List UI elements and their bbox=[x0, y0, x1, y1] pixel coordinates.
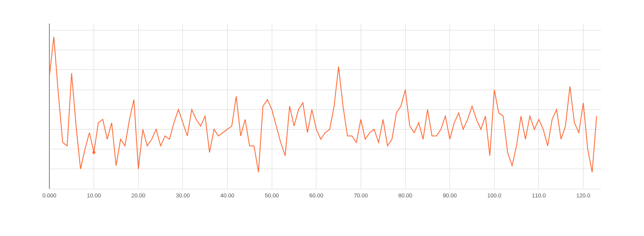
x-tick-label: 40.00 bbox=[220, 192, 234, 199]
x-tick-label: 80.00 bbox=[398, 192, 413, 199]
x-tick-label: 50.00 bbox=[265, 192, 279, 199]
x-tick-label: 90.00 bbox=[443, 192, 457, 199]
x-tick-label: 20.00 bbox=[131, 192, 146, 199]
series-1-marker bbox=[92, 151, 95, 154]
x-tick-label: 10.00 bbox=[87, 192, 101, 199]
x-tick-label: 110.0 bbox=[532, 192, 546, 199]
x-tick-label: 0.000 bbox=[43, 192, 57, 199]
line-chart: 0.00010.0020.0030.0040.0050.0060.0070.00… bbox=[0, 0, 644, 236]
x-tick-label: 60.00 bbox=[310, 192, 324, 199]
series-1-line bbox=[49, 37, 597, 172]
chart-svg[interactable]: 0.00010.0020.0030.0040.0050.0060.0070.00… bbox=[0, 0, 644, 236]
x-tick-label: 30.00 bbox=[176, 192, 190, 199]
x-axis-tick-labels: 0.00010.0020.0030.0040.0050.0060.0070.00… bbox=[43, 192, 590, 199]
x-tick-label: 120.0 bbox=[576, 192, 590, 199]
x-tick-label: 70.00 bbox=[354, 192, 368, 199]
x-tick-label: 100.0 bbox=[487, 192, 501, 199]
